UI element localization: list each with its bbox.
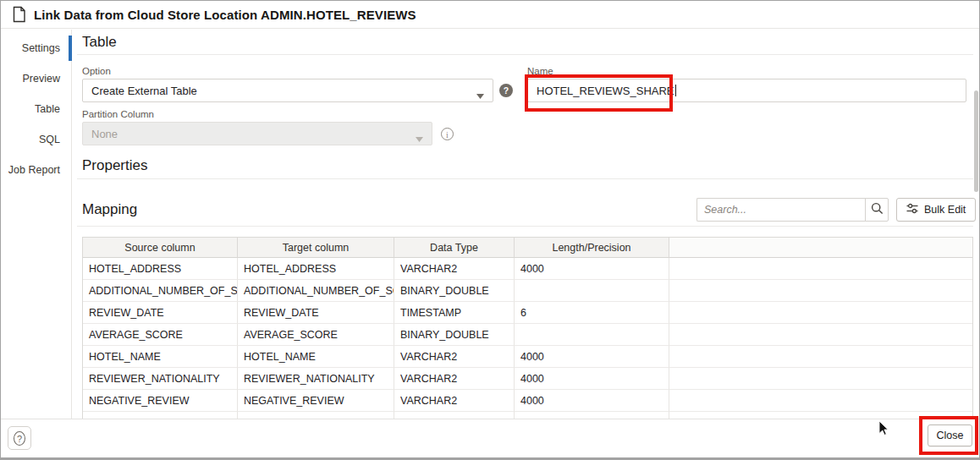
row-filler-cell — [669, 368, 972, 390]
table-row: HOTEL_ADDRESSHOTEL_ADDRESSVARCHAR24000 — [83, 258, 972, 280]
text-caret — [675, 85, 676, 96]
name-input-value: HOTEL_REVIEWS_SHARE — [537, 85, 674, 97]
partition-info-icon[interactable]: i — [441, 128, 454, 140]
target-column-cell[interactable]: HOTEL_NAME — [238, 346, 394, 368]
row-filler-cell — [669, 324, 972, 346]
row-filler-cell — [669, 302, 972, 324]
name-label: Name — [527, 66, 553, 76]
option-select-value: Create External Table — [91, 85, 197, 97]
row-filler-cell — [669, 346, 972, 368]
option-label: Option — [82, 66, 111, 76]
row-filler-cell — [669, 280, 972, 302]
bulk-edit-button[interactable]: Bulk Edit — [896, 198, 976, 222]
document-icon — [12, 6, 26, 23]
mapping-section-heading: Mapping — [82, 201, 137, 218]
source-column-cell: REVIEWER_NATIONALITY — [83, 368, 238, 390]
dialog-titlebar: Link Data from Cloud Store Location ADMI… — [1, 1, 979, 29]
source-column-cell: HOTEL_ADDRESS — [83, 258, 238, 280]
length-precision-cell[interactable] — [515, 280, 669, 302]
dialog-footer: ? Close — [1, 419, 979, 457]
data-type-cell[interactable]: VARCHAR2 — [394, 390, 515, 412]
name-input[interactable]: HOTEL_REVIEWS_SHARE — [527, 79, 966, 102]
search-button[interactable] — [865, 198, 889, 222]
mapping-table-header-row: Source columnTarget columnData TypeLengt… — [83, 238, 972, 258]
option-help-icon[interactable]: ? — [499, 84, 513, 97]
vertical-scrollbar-thumb[interactable] — [974, 90, 978, 192]
divider — [77, 178, 973, 179]
bulk-edit-label: Bulk Edit — [924, 204, 966, 216]
length-precision-cell[interactable]: 4000 — [515, 346, 669, 368]
data-type-cell[interactable]: TIMESTAMP — [394, 302, 515, 324]
target-column-cell[interactable]: HOTEL_ADDRESS — [238, 258, 394, 280]
table-row: REVIEW_DATEREVIEW_DATETIMESTAMP6 — [83, 302, 972, 324]
data-type-cell[interactable]: VARCHAR2 — [394, 346, 515, 368]
column-header: Length/Precision — [515, 238, 669, 258]
data-type-cell[interactable]: BINARY_DOUBLE — [394, 324, 515, 346]
partition-column-value: None — [91, 128, 118, 140]
chevron-down-icon — [416, 132, 423, 145]
length-precision-cell[interactable]: 4000 — [515, 390, 669, 412]
source-column-cell: ADDITIONAL_NUMBER_OF_SCOR — [83, 280, 238, 302]
target-column-cell[interactable]: REVIEW_DATE — [238, 302, 394, 324]
data-type-cell[interactable]: VARCHAR2 — [394, 368, 515, 390]
column-header: Source column — [83, 238, 238, 258]
sliders-icon — [906, 203, 918, 216]
table-row: REVIEWER_NATIONALITYREVIEWER_NATIONALITY… — [83, 368, 972, 390]
row-filler-cell — [669, 390, 972, 412]
data-type-cell[interactable]: BINARY_DOUBLE — [394, 280, 515, 302]
link-data-dialog: Link Data from Cloud Store Location ADMI… — [0, 0, 980, 460]
data-type-cell[interactable]: VARCHAR2 — [394, 258, 515, 280]
source-column-cell: AVERAGE_SCORE — [83, 324, 238, 346]
search-icon — [871, 202, 884, 217]
length-precision-cell[interactable] — [515, 324, 669, 346]
close-button[interactable]: Close — [928, 424, 972, 446]
length-precision-cell[interactable]: 4000 — [515, 258, 669, 280]
table-row: AVERAGE_SCOREAVERAGE_SCOREBINARY_DOUBLE — [83, 324, 972, 346]
column-header: Data Type — [394, 238, 515, 258]
target-column-cell[interactable]: AVERAGE_SCORE — [238, 324, 394, 346]
divider — [77, 226, 973, 227]
source-column-cell: NEGATIVE_REVIEW — [83, 390, 238, 412]
target-column-cell[interactable]: NEGATIVE_REVIEW — [238, 390, 394, 412]
source-column-cell: HOTEL_NAME — [83, 346, 238, 368]
table-row: HOTEL_NAMEHOTEL_NAMEVARCHAR24000 — [83, 346, 972, 368]
length-precision-cell[interactable]: 4000 — [515, 368, 669, 390]
target-column-cell[interactable]: ADDITIONAL_NUMBER_OF_SCOR — [238, 280, 394, 302]
sidebar: SettingsPreviewTableSQLJob Report — [1, 30, 72, 421]
target-column-cell[interactable]: REVIEWER_NATIONALITY — [238, 368, 394, 390]
sidebar-item-job-report[interactable]: Job Report — [1, 155, 71, 185]
divider — [77, 54, 973, 55]
row-filler-cell — [669, 258, 972, 280]
help-button[interactable]: ? — [8, 426, 31, 450]
sidebar-item-sql[interactable]: SQL — [1, 124, 71, 155]
partition-column-label: Partition Column — [82, 109, 154, 119]
column-header: Target column — [238, 238, 394, 258]
chevron-down-icon — [476, 89, 484, 101]
length-precision-cell[interactable]: 6 — [515, 302, 669, 324]
dialog-title: Link Data from Cloud Store Location ADMI… — [34, 8, 416, 22]
partition-column-select: None — [82, 122, 432, 145]
sidebar-item-table[interactable]: Table — [1, 94, 71, 124]
table-section-heading: Table — [82, 34, 117, 51]
column-header-filler — [669, 238, 972, 258]
mapping-search-input[interactable] — [696, 198, 866, 222]
source-column-cell: REVIEW_DATE — [83, 302, 238, 324]
help-icon: ? — [14, 431, 25, 446]
table-row: NEGATIVE_REVIEWNEGATIVE_REVIEWVARCHAR240… — [83, 390, 972, 412]
sidebar-item-settings[interactable]: Settings — [1, 33, 71, 63]
option-select[interactable]: Create External Table — [82, 79, 493, 102]
sidebar-item-preview[interactable]: Preview — [1, 63, 71, 94]
properties-section-heading: Properties — [82, 157, 147, 174]
table-row: ADDITIONAL_NUMBER_OF_SCORADDITIONAL_NUMB… — [83, 280, 972, 302]
mapping-table: Source columnTarget columnData TypeLengt… — [82, 237, 973, 421]
